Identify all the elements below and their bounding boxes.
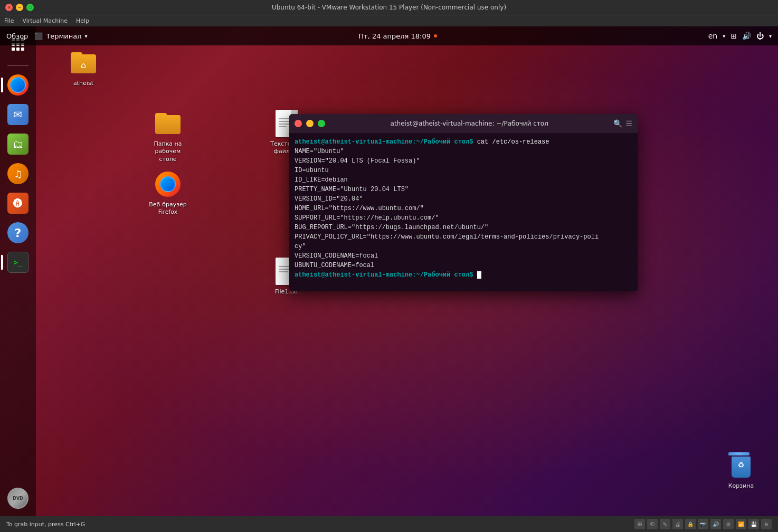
terminal-output-6: VERSION_ID="20.04" — [295, 194, 632, 204]
terminal-icon-small: ⬛ — [34, 32, 43, 40]
terminal-minimize-btn[interactable] — [306, 120, 314, 127]
vmware-maximize-button[interactable]: □ — [26, 4, 34, 11]
lang-dropdown-icon[interactable]: ▾ — [723, 33, 725, 39]
terminal-content[interactable]: atheist@atheist-virtual-machine:~/Рабочи… — [289, 133, 638, 291]
dock-item-files[interactable]: 🗂 — [5, 131, 31, 157]
terminal-output-4: ID_LIKE=debian — [295, 175, 632, 185]
statusbar-icon-7: 🔊 — [710, 519, 721, 529]
terminal-indicator[interactable]: ⬛ Терминал ▾ — [34, 32, 87, 40]
grid-dot — [16, 48, 20, 51]
vmware-close-button[interactable]: ✕ — [5, 4, 13, 11]
desktop-icon-trash[interactable]: ♻ Корзина — [720, 451, 762, 490]
vmware-title: Ubuntu 64-bit - VMware Workstation 15 Pl… — [272, 4, 506, 11]
folder-shape2 — [155, 113, 181, 134]
terminal-dropdown-icon: ▾ — [85, 33, 88, 39]
terminal-command: cat /etc/os-release — [477, 138, 549, 146]
ubuntu-dock: ✉ 🗂 ♫ 🅐 ? >_ DVD — [0, 26, 36, 516]
firefox-desktop-icon-img — [153, 169, 183, 199]
terminal-output-11: cy" — [295, 242, 632, 251]
folder-home-symbol: ⌂ — [81, 60, 86, 70]
folder-label: Папка нарабочем столе — [147, 140, 189, 163]
terminal-window[interactable]: atheist@atheist-virtual-machine: ~/Рабоч… — [289, 114, 638, 291]
menu-help[interactable]: Help — [76, 17, 89, 24]
statusbar-hint: To grab input, press Ctrl+G — [6, 521, 85, 528]
statusbar-icon-10: 💾 — [748, 519, 759, 529]
firefox-icon — [7, 74, 29, 96]
statusbar-icon-11: 🖱 — [761, 519, 772, 529]
terminal-output-9: BUG_REPORT_URL="https://bugs.launchpad.n… — [295, 223, 632, 232]
terminal-menu-icon[interactable]: ☰ — [625, 119, 632, 128]
dock-separator — [7, 65, 29, 66]
settings-dropdown-icon[interactable]: ▾ — [769, 33, 772, 39]
folder-icon-img — [153, 109, 183, 138]
dock-item-terminal[interactable]: >_ — [5, 250, 31, 275]
terminal-prompt-2: atheist@atheist-virtual-machine:~/Рабочи… — [295, 271, 473, 279]
trash-recycle-icon: ♻ — [738, 461, 745, 469]
vmware-statusbar: To grab input, press Ctrl+G ⊞ © ✎ 🖨 🔒 📷 … — [0, 516, 778, 532]
activities-button[interactable]: Обзор — [6, 32, 28, 40]
topbar-datetime[interactable]: Пт, 24 апреля 18:09 — [358, 32, 437, 40]
menu-file[interactable]: File — [4, 17, 14, 24]
dock-item-appcenter[interactable]: 🅐 — [5, 191, 31, 216]
datetime-text: Пт, 24 апреля 18:09 — [358, 32, 431, 40]
grid-dot — [21, 48, 24, 51]
trash-body: ♻ — [732, 457, 751, 478]
power-icon[interactable]: ⏻ — [756, 32, 764, 40]
terminal-icon: >_ — [7, 252, 29, 273]
volume-icon[interactable]: 🔊 — [742, 32, 751, 40]
desktop-icon-folder[interactable]: Папка нарабочем столе — [147, 109, 189, 163]
terminal-output-8: SUPPORT_URL="https://help.ubuntu.com/" — [295, 213, 632, 223]
firefox-desktop-icon — [155, 172, 181, 197]
text-line — [279, 271, 288, 272]
appcenter-icon: 🅐 — [7, 193, 29, 214]
statusbar-icon-2: © — [647, 519, 658, 529]
terminal-maximize-btn[interactable] — [318, 120, 325, 127]
terminal-toolbar-icons: 🔍 ☰ — [613, 119, 632, 128]
trash-lid — [728, 452, 749, 455]
terminal-titlebar: atheist@atheist-virtual-machine: ~/Рабоч… — [289, 114, 638, 133]
music-icon: ♫ — [7, 163, 29, 184]
folder-body2 — [155, 115, 181, 134]
dock-item-music[interactable]: ♫ — [5, 161, 31, 186]
folder-shape: ⌂ — [71, 52, 96, 73]
desktop-icon-firefox[interactable]: Веб-браузерFirefox — [147, 169, 189, 216]
desktop-icon-home[interactable]: ⌂ atheist — [62, 48, 105, 87]
terminal-output-3: ID=ubuntu — [295, 166, 632, 175]
firefox-desktop-label: Веб-браузерFirefox — [149, 201, 187, 216]
dock-item-mail[interactable]: ✉ — [5, 102, 31, 127]
desktop-content: ⌂ atheist Папка нарабочем столе — [36, 45, 778, 516]
dock-item-firefox[interactable] — [5, 72, 31, 98]
terminal-output-2: VERSION="20.04 LTS (Focal Fossa)" — [295, 156, 632, 166]
statusbar-icons: ⊞ © ✎ 🖨 🔒 📷 🔊 ⚙ 📶 💾 🖱 — [634, 519, 772, 529]
terminal-close-btn[interactable] — [295, 120, 302, 127]
ubuntu-topbar: Обзор ⬛ Терминал ▾ Пт, 24 апреля 18:09 e… — [0, 26, 778, 45]
statusbar-icon-4: 🖨 — [672, 519, 683, 529]
terminal-cursor — [477, 271, 481, 279]
dock-item-dvd[interactable]: DVD — [5, 486, 31, 511]
statusbar-icon-9: 📶 — [736, 519, 746, 529]
grid-dot — [12, 48, 15, 51]
lang-indicator[interactable]: en — [708, 32, 718, 40]
topbar-right: en ▾ ⊞ 🔊 ⏻ ▾ — [708, 32, 772, 40]
dock-item-help[interactable]: ? — [5, 220, 31, 245]
vmware-window-controls[interactable]: ✕ ─ □ — [5, 4, 34, 11]
menu-virtual-machine[interactable]: Virtual Machine — [22, 17, 68, 24]
statusbar-icon-1: ⊞ — [634, 519, 645, 529]
home-folder-label: atheist — [73, 80, 93, 87]
terminal-label: Терминал — [46, 32, 81, 40]
terminal-line-1: atheist@atheist-virtual-machine:~/Рабочи… — [295, 137, 632, 147]
vmware-window: ✕ ─ □ Ubuntu 64-bit - VMware Workstation… — [0, 0, 778, 532]
terminal-output-1: NAME="Ubuntu" — [295, 147, 632, 156]
vmware-titlebar: ✕ ─ □ Ubuntu 64-bit - VMware Workstation… — [0, 0, 778, 15]
statusbar-icon-3: ✎ — [660, 519, 670, 529]
statusbar-icon-6: 📷 — [698, 519, 708, 529]
trash-label: Корзина — [728, 482, 754, 490]
terminal-output-13: UBUNTU_CODENAME=focal — [295, 261, 632, 270]
help-icon: ? — [7, 222, 29, 243]
statusbar-icon-5: 🔒 — [685, 519, 696, 529]
vmware-minimize-button[interactable]: ─ — [16, 4, 23, 11]
terminal-prompt-1: atheist@atheist-virtual-machine:~/Рабочи… — [295, 138, 473, 146]
terminal-output-10: PRIVACY_POLICY_URL="https://www.ubuntu.c… — [295, 232, 632, 242]
network-icon[interactable]: ⊞ — [730, 32, 737, 40]
terminal-search-icon[interactable]: 🔍 — [613, 119, 622, 128]
